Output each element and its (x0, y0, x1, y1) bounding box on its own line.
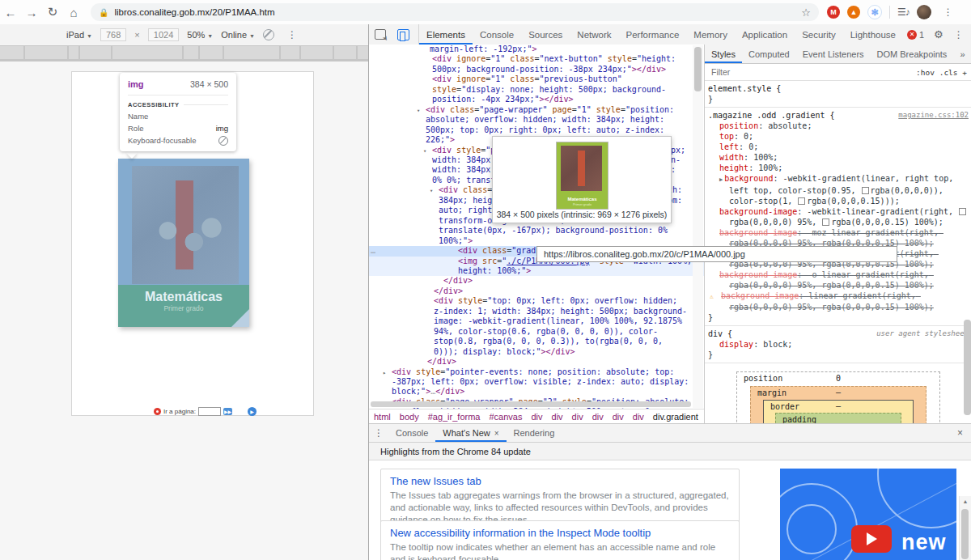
color-swatch[interactable] (862, 187, 869, 194)
sidebar-tab-styles[interactable]: Styles (705, 45, 742, 63)
breadcrumb-item[interactable]: #ag_ir_forma (428, 412, 481, 422)
dom-tree-node[interactable]: </div> (369, 357, 689, 367)
color-swatch[interactable] (959, 208, 966, 215)
elements-horizontal-scrollbar[interactable] (371, 401, 691, 407)
color-swatch[interactable] (798, 197, 805, 205)
error-badge[interactable]: ✕1 (903, 30, 928, 40)
dom-tree-node[interactable]: <div ignore="1" class="previous-button" … (369, 74, 689, 104)
drawer-tab-console[interactable]: Console (388, 424, 435, 442)
throttling-select[interactable]: Online▼ (221, 30, 255, 40)
reload-icon[interactable]: ↻ (42, 5, 63, 19)
reading-list-icon[interactable]: ☰♪ (897, 6, 910, 18)
tab-network[interactable]: Network (570, 24, 618, 45)
inspect-element-icon[interactable] (369, 24, 392, 45)
zoom-select[interactable]: 50%▼ (187, 30, 213, 40)
breadcrumb-item[interactable]: div.gradient (653, 412, 698, 422)
tab-elements[interactable]: Elements (419, 24, 473, 45)
drawer-close-icon[interactable]: × (949, 424, 971, 442)
sidebar-tab-dom-breakpoints[interactable]: DOM Breakpoints (871, 45, 954, 63)
styles-filter-input[interactable] (710, 66, 911, 78)
book-cover-image[interactable]: Matemáticas Primer grado (118, 159, 249, 327)
profile-avatar[interactable] (917, 5, 931, 19)
lock-icon[interactable]: 🔒 (99, 8, 108, 17)
page-number-input[interactable] (198, 407, 221, 416)
device-select[interactable]: iPad▼ (66, 30, 92, 40)
address-bar[interactable]: 🔒 libros.conaliteg.gob.mx/20/P1MAA.htm ☆ (91, 3, 819, 21)
browser-menu-icon[interactable]: ⋮ (939, 6, 958, 18)
styles-scrollbar-thumb[interactable] (964, 320, 971, 415)
bookmark-star-icon[interactable]: ☆ (801, 6, 811, 19)
close-tab-icon[interactable]: × (494, 429, 499, 438)
page-fold-corner[interactable] (231, 309, 249, 327)
drawer-tab-rendering[interactable]: Rendering (507, 424, 562, 442)
devtools-menu-icon[interactable]: ⋮ (949, 29, 969, 40)
pager-home-icon[interactable] (154, 408, 161, 415)
css-property[interactable]: ⚠background-image: linear-gradient(right… (708, 291, 969, 312)
back-icon[interactable]: ← (0, 6, 21, 19)
dom-tree-node[interactable]: <div ignore="1" class="next-button" styl… (369, 54, 689, 74)
css-property[interactable]: background-image: -o-linear-gradient(rig… (708, 269, 969, 291)
css-property[interactable]: display: block; (708, 339, 969, 350)
tab-performance[interactable]: Performance (619, 24, 687, 45)
toggle-device-toolbar-icon[interactable] (392, 24, 415, 45)
drawer-tab-what-s-new[interactable]: What's New× (435, 424, 506, 442)
breadcrumb-item[interactable]: div (572, 412, 583, 422)
go-to-page-button[interactable]: ▶▶ (223, 408, 232, 415)
extension-snowflake-icon[interactable]: ✻ (867, 5, 882, 19)
box-model-position-top[interactable]: 0 (737, 374, 939, 383)
sidebar-tab--[interactable]: » (953, 45, 971, 63)
expanded-arrow-icon[interactable]: ▾ (417, 106, 420, 116)
dom-tree-node[interactable]: </div> (369, 276, 689, 286)
elements-vertical-scrollbar[interactable] (693, 45, 703, 408)
breadcrumb-item[interactable]: div (633, 412, 644, 422)
styles-toggle-buttons[interactable]: :hov .cls + (916, 68, 967, 77)
box-model-margin[interactable]: margin – – – border – – – padding – – 38… (750, 386, 926, 423)
dom-tree-node[interactable]: ▸<div style="pointer-events: none; posit… (369, 367, 689, 397)
breadcrumb-item[interactable]: body (400, 412, 419, 422)
whats-new-video-thumbnail[interactable]: new (780, 469, 956, 560)
no-throttling-icon[interactable] (263, 29, 274, 40)
sidebar-tab-event-listeners[interactable]: Event Listeners (796, 45, 871, 63)
stylesheet-link[interactable]: user agent stylesheet (876, 329, 969, 339)
device-width-input[interactable]: 768 (100, 28, 126, 41)
next-page-button[interactable]: ▶ (248, 407, 257, 416)
breadcrumb-item[interactable]: div (613, 412, 624, 422)
tab-memory[interactable]: Memory (686, 24, 735, 45)
breadcrumb-item[interactable]: div (531, 412, 542, 422)
breadcrumb-item[interactable]: #canvas (489, 412, 522, 422)
stylesheet-link[interactable]: magazine.css:102 (898, 110, 969, 121)
elements-scrollbar-thumb[interactable] (694, 47, 702, 91)
home-icon[interactable]: ⌂ (63, 6, 84, 19)
sidebar-tab-computed[interactable]: Computed (742, 45, 796, 63)
settings-gear-icon[interactable]: ⚙ (930, 28, 948, 40)
color-swatch[interactable] (822, 218, 829, 226)
tab-security[interactable]: Security (795, 24, 843, 45)
forward-icon[interactable]: → (21, 6, 42, 19)
drawer-scrollbar[interactable]: ▲ ▼ (959, 496, 971, 560)
expanded-arrow-icon[interactable]: ▾ (423, 146, 426, 156)
drawer-menu-icon[interactable]: ⋮ (369, 424, 388, 442)
tab-application[interactable]: Application (735, 24, 795, 45)
scroll-up-icon[interactable]: ▲ (960, 498, 971, 504)
css-property[interactable]: width: 100%; (708, 152, 969, 163)
box-model-padding[interactable]: padding – – 384 × 500 (775, 413, 901, 423)
tab-console[interactable]: Console (473, 24, 521, 45)
dom-tree-node[interactable]: </div> (369, 286, 689, 296)
device-height-input[interactable]: 1024 (148, 28, 179, 41)
whats-new-card-title[interactable]: New accessibility information in the Ins… (390, 527, 730, 539)
youtube-play-icon[interactable] (851, 525, 892, 553)
drawer-scrollbar-thumb[interactable] (961, 509, 969, 559)
breadcrumb-item[interactable]: html (374, 412, 391, 422)
devtools-divider[interactable] (368, 24, 369, 560)
collapsed-arrow-icon[interactable]: ▸ (383, 368, 386, 378)
breadcrumb-item[interactable]: div (552, 412, 563, 422)
expanded-arrow-icon[interactable]: ▾ (430, 186, 433, 196)
css-property[interactable]: position: absolute; (708, 121, 969, 131)
css-property[interactable]: left: 0; (708, 142, 969, 152)
tab-lighthouse[interactable]: Lighthouse (843, 24, 903, 45)
dom-tree-node[interactable]: margin-left: -192px;"> (369, 45, 689, 54)
device-toolbar-menu-icon[interactable]: ⋮ (282, 29, 302, 40)
css-property[interactable]: height: 100%; (708, 163, 969, 173)
box-model-border[interactable]: border – – – padding – – 384 × 500 (763, 400, 914, 423)
expand-arrow-icon[interactable]: ▶ (719, 176, 723, 183)
